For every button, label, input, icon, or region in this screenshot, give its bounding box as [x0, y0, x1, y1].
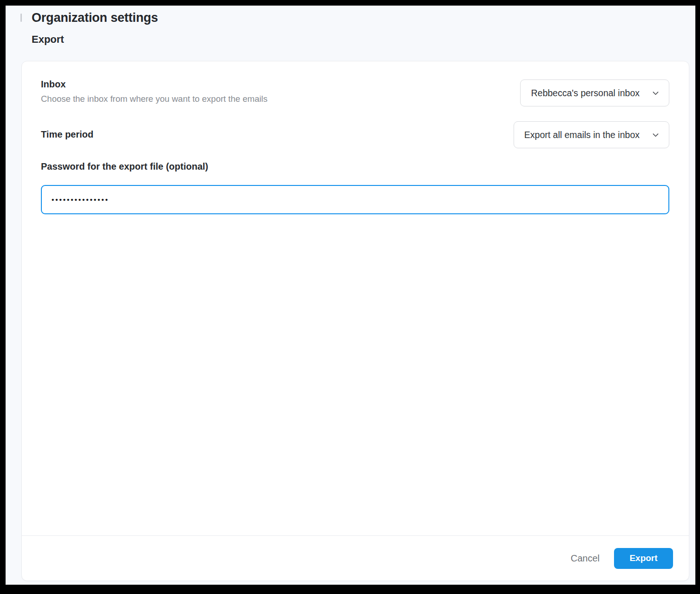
- chevron-down-icon: [652, 131, 660, 139]
- card-footer: Cancel Export: [22, 535, 689, 581]
- cancel-button[interactable]: Cancel: [564, 549, 606, 568]
- chevron-down-icon: [652, 89, 660, 97]
- time-period-select-value: Export all emails in the inbox: [524, 130, 640, 140]
- time-period-row: Time period Export all emails in the inb…: [41, 120, 669, 148]
- export-button[interactable]: Export: [614, 548, 673, 569]
- inbox-select[interactable]: Rebbecca's personal inbox: [520, 79, 669, 106]
- password-label: Password for the export file (optional): [41, 161, 669, 172]
- inbox-label: Inbox: [41, 79, 267, 90]
- page-header: Organization settings: [6, 10, 695, 25]
- export-settings-card: Inbox Choose the inbox from where you wa…: [21, 61, 689, 581]
- export-form: Inbox Choose the inbox from where you wa…: [22, 61, 689, 535]
- page-title: Organization settings: [32, 10, 158, 25]
- sidebar-collapse-handle[interactable]: [20, 13, 22, 22]
- inbox-row: Inbox Choose the inbox from where you wa…: [41, 79, 669, 106]
- password-input[interactable]: [41, 185, 669, 214]
- time-period-label: Time period: [41, 129, 93, 140]
- organization-settings-page: Organization settings Export Inbox Choos…: [6, 6, 695, 585]
- inbox-field-text: Inbox Choose the inbox from where you wa…: [41, 79, 267, 104]
- inbox-description: Choose the inbox from where you want to …: [41, 94, 267, 104]
- section-title: Export: [32, 33, 695, 46]
- time-period-select[interactable]: Export all emails in the inbox: [514, 121, 669, 148]
- inbox-select-value: Rebbecca's personal inbox: [531, 88, 640, 99]
